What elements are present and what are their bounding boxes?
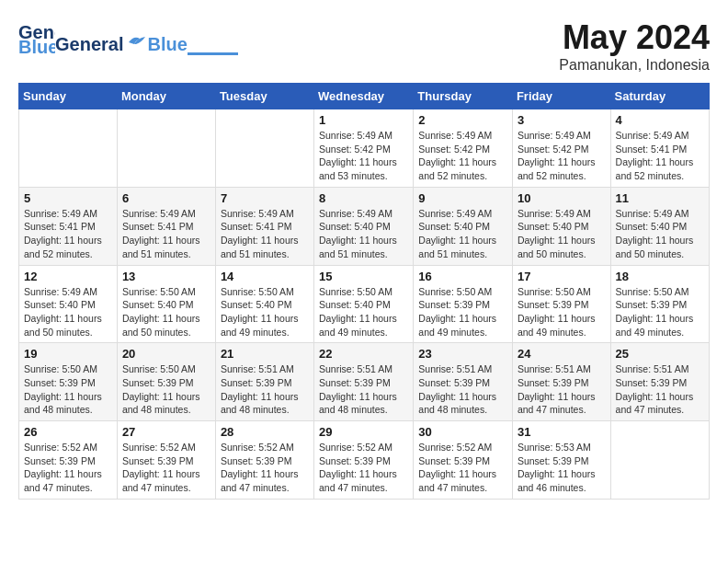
day-number: 30 xyxy=(418,425,507,439)
calendar-cell: 31Sunrise: 5:53 AMSunset: 5:39 PMDayligh… xyxy=(512,421,610,500)
calendar-cell xyxy=(19,109,118,188)
day-info: Sunrise: 5:49 AMSunset: 5:42 PMDaylight:… xyxy=(518,129,606,183)
day-number: 6 xyxy=(122,191,210,205)
location: Pamanukan, Indonesia xyxy=(559,57,710,74)
day-number: 11 xyxy=(616,191,704,205)
calendar-cell: 28Sunrise: 5:52 AMSunset: 5:39 PMDayligh… xyxy=(215,421,313,500)
day-number: 9 xyxy=(418,191,507,205)
day-number: 22 xyxy=(319,347,408,361)
day-info: Sunrise: 5:50 AMSunset: 5:39 PMDaylight:… xyxy=(418,285,507,339)
calendar-cell: 24Sunrise: 5:51 AMSunset: 5:39 PMDayligh… xyxy=(512,343,610,421)
calendar-cell: 9Sunrise: 5:49 AMSunset: 5:40 PMDaylight… xyxy=(414,187,513,265)
calendar-cell: 19Sunrise: 5:50 AMSunset: 5:39 PMDayligh… xyxy=(19,343,118,421)
day-number: 24 xyxy=(518,347,606,361)
calendar-cell: 20Sunrise: 5:50 AMSunset: 5:39 PMDayligh… xyxy=(117,343,215,421)
day-info: Sunrise: 5:49 AMSunset: 5:41 PMDaylight:… xyxy=(24,207,112,261)
calendar-cell: 11Sunrise: 5:49 AMSunset: 5:40 PMDayligh… xyxy=(610,187,709,265)
day-number: 31 xyxy=(518,425,606,439)
day-number: 7 xyxy=(221,191,309,205)
day-info: Sunrise: 5:51 AMSunset: 5:39 PMDaylight:… xyxy=(319,362,408,417)
day-info: Sunrise: 5:51 AMSunset: 5:39 PMDaylight:… xyxy=(518,362,606,417)
day-info: Sunrise: 5:50 AMSunset: 5:39 PMDaylight:… xyxy=(616,285,704,339)
page-header: General Blue General Blue May 2024 Paman xyxy=(18,18,710,74)
day-info: Sunrise: 5:50 AMSunset: 5:40 PMDaylight:… xyxy=(122,285,210,339)
day-info: Sunrise: 5:49 AMSunset: 5:40 PMDaylight:… xyxy=(616,207,704,261)
day-info: Sunrise: 5:52 AMSunset: 5:39 PMDaylight:… xyxy=(221,441,309,495)
month-title: May 2024 xyxy=(559,18,710,57)
calendar-cell: 2Sunrise: 5:49 AMSunset: 5:42 PMDaylight… xyxy=(414,109,513,188)
day-info: Sunrise: 5:51 AMSunset: 5:39 PMDaylight:… xyxy=(616,362,704,417)
day-info: Sunrise: 5:52 AMSunset: 5:39 PMDaylight:… xyxy=(319,441,408,495)
calendar-week-1: 1Sunrise: 5:49 AMSunset: 5:42 PMDaylight… xyxy=(19,109,710,188)
calendar-cell: 6Sunrise: 5:49 AMSunset: 5:41 PMDaylight… xyxy=(117,187,215,265)
title-area: May 2024 Pamanukan, Indonesia xyxy=(559,18,710,74)
calendar-cell: 5Sunrise: 5:49 AMSunset: 5:41 PMDaylight… xyxy=(19,187,118,265)
day-info: Sunrise: 5:49 AMSunset: 5:41 PMDaylight:… xyxy=(221,207,309,261)
day-number: 5 xyxy=(24,191,112,205)
day-info: Sunrise: 5:49 AMSunset: 5:42 PMDaylight:… xyxy=(319,129,408,183)
day-info: Sunrise: 5:49 AMSunset: 5:40 PMDaylight:… xyxy=(319,207,408,261)
day-info: Sunrise: 5:50 AMSunset: 5:39 PMDaylight:… xyxy=(518,285,606,339)
calendar-cell: 7Sunrise: 5:49 AMSunset: 5:41 PMDaylight… xyxy=(215,187,313,265)
day-header-sunday: Sunday xyxy=(19,84,118,109)
calendar-cell xyxy=(215,109,313,188)
day-header-monday: Monday xyxy=(117,84,215,109)
calendar-cell: 12Sunrise: 5:49 AMSunset: 5:40 PMDayligh… xyxy=(19,265,118,343)
calendar-cell: 22Sunrise: 5:51 AMSunset: 5:39 PMDayligh… xyxy=(314,343,414,421)
day-number: 20 xyxy=(122,347,210,361)
day-number: 23 xyxy=(418,347,507,361)
svg-text:Blue: Blue xyxy=(18,37,55,55)
calendar-week-3: 12Sunrise: 5:49 AMSunset: 5:40 PMDayligh… xyxy=(19,265,710,343)
day-number: 28 xyxy=(221,425,309,439)
day-info: Sunrise: 5:49 AMSunset: 5:40 PMDaylight:… xyxy=(518,207,606,261)
calendar-cell xyxy=(117,109,215,188)
calendar-cell: 21Sunrise: 5:51 AMSunset: 5:39 PMDayligh… xyxy=(215,343,313,421)
day-info: Sunrise: 5:50 AMSunset: 5:40 PMDaylight:… xyxy=(319,285,408,339)
day-number: 29 xyxy=(319,425,408,439)
logo-bird-icon xyxy=(127,33,147,50)
day-info: Sunrise: 5:50 AMSunset: 5:39 PMDaylight:… xyxy=(122,362,210,417)
day-info: Sunrise: 5:51 AMSunset: 5:39 PMDaylight:… xyxy=(418,362,507,417)
day-number: 16 xyxy=(418,270,507,283)
calendar-table: SundayMondayTuesdayWednesdayThursdayFrid… xyxy=(18,83,710,500)
day-number: 15 xyxy=(319,270,408,283)
day-number: 13 xyxy=(122,270,210,283)
calendar-cell xyxy=(610,421,709,500)
calendar-week-4: 19Sunrise: 5:50 AMSunset: 5:39 PMDayligh… xyxy=(19,343,710,421)
logo-text-accent: Blue xyxy=(147,34,187,55)
logo: General Blue General Blue xyxy=(18,18,244,55)
calendar-cell: 26Sunrise: 5:52 AMSunset: 5:39 PMDayligh… xyxy=(19,421,118,500)
day-info: Sunrise: 5:49 AMSunset: 5:41 PMDaylight:… xyxy=(122,207,210,261)
calendar-cell: 27Sunrise: 5:52 AMSunset: 5:39 PMDayligh… xyxy=(117,421,215,500)
calendar-cell: 16Sunrise: 5:50 AMSunset: 5:39 PMDayligh… xyxy=(414,265,513,343)
day-number: 2 xyxy=(418,113,507,127)
day-number: 19 xyxy=(24,347,112,361)
logo-text-main: General xyxy=(55,34,123,55)
day-header-friday: Friday xyxy=(512,84,610,109)
calendar-cell: 18Sunrise: 5:50 AMSunset: 5:39 PMDayligh… xyxy=(610,265,709,343)
calendar-cell: 3Sunrise: 5:49 AMSunset: 5:42 PMDaylight… xyxy=(512,109,610,188)
day-number: 14 xyxy=(221,270,309,283)
day-info: Sunrise: 5:52 AMSunset: 5:39 PMDaylight:… xyxy=(418,441,507,495)
calendar-cell: 1Sunrise: 5:49 AMSunset: 5:42 PMDaylight… xyxy=(314,109,414,188)
calendar-cell: 15Sunrise: 5:50 AMSunset: 5:40 PMDayligh… xyxy=(314,265,414,343)
day-info: Sunrise: 5:51 AMSunset: 5:39 PMDaylight:… xyxy=(221,362,309,417)
day-number: 12 xyxy=(24,270,112,283)
day-number: 27 xyxy=(122,425,210,439)
calendar-cell: 4Sunrise: 5:49 AMSunset: 5:41 PMDaylight… xyxy=(610,109,709,188)
day-info: Sunrise: 5:49 AMSunset: 5:40 PMDaylight:… xyxy=(418,207,507,261)
calendar-cell: 17Sunrise: 5:50 AMSunset: 5:39 PMDayligh… xyxy=(512,265,610,343)
day-info: Sunrise: 5:50 AMSunset: 5:39 PMDaylight:… xyxy=(24,362,112,417)
day-info: Sunrise: 5:53 AMSunset: 5:39 PMDaylight:… xyxy=(518,441,606,495)
calendar-cell: 25Sunrise: 5:51 AMSunset: 5:39 PMDayligh… xyxy=(610,343,709,421)
day-number: 1 xyxy=(319,113,408,127)
day-info: Sunrise: 5:50 AMSunset: 5:40 PMDaylight:… xyxy=(221,285,309,339)
day-header-tuesday: Tuesday xyxy=(215,84,313,109)
logo-underline xyxy=(188,52,238,55)
calendar-header-row: SundayMondayTuesdayWednesdayThursdayFrid… xyxy=(19,84,710,109)
day-number: 17 xyxy=(518,270,606,283)
calendar-cell: 13Sunrise: 5:50 AMSunset: 5:40 PMDayligh… xyxy=(117,265,215,343)
day-info: Sunrise: 5:49 AMSunset: 5:40 PMDaylight:… xyxy=(24,285,112,339)
calendar-cell: 29Sunrise: 5:52 AMSunset: 5:39 PMDayligh… xyxy=(314,421,414,500)
day-number: 21 xyxy=(221,347,309,361)
